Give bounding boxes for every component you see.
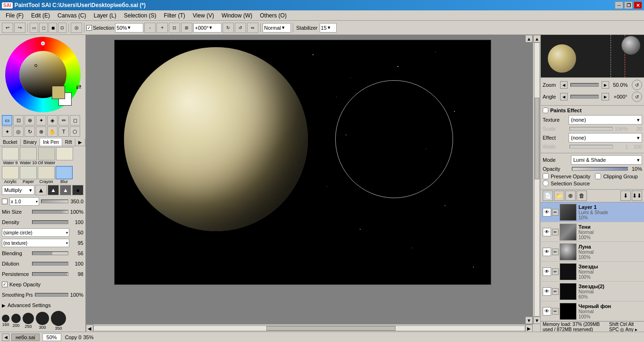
tool-magic-wand[interactable]: ✦ <box>36 115 46 125</box>
layer-lock-1[interactable]: ✏ <box>552 209 559 216</box>
layer-eye-4[interactable]: 👁 <box>543 267 551 276</box>
blendmode-dropdown[interactable]: Normal ▾ <box>263 23 291 33</box>
layer-eye-6[interactable]: 👁 <box>543 307 551 316</box>
angle-reset-button[interactable]: ↺ <box>632 92 642 102</box>
dilution-slider[interactable] <box>32 262 68 266</box>
layer-item-2[interactable]: 👁 ✏ Тени Normal 100% <box>541 222 644 242</box>
brush-crayon[interactable]: Crayon <box>38 166 55 184</box>
toolbar-btn-3[interactable]: ▭ <box>30 23 38 33</box>
preserve-opacity-checkbox[interactable] <box>543 173 549 179</box>
size-dot-4[interactable]: 300 <box>36 312 49 330</box>
status-nav-left[interactable]: ◀ <box>2 334 9 341</box>
angle-dropdown[interactable]: +000° ▾ <box>193 23 222 33</box>
rotate-ccw[interactable]: ↺ <box>235 23 246 33</box>
brush-icon-paper[interactable] <box>20 166 37 179</box>
layer-eye-3[interactable]: 👁 <box>543 248 551 256</box>
tool-fill[interactable]: ◎ <box>13 126 24 137</box>
selection-checkbox[interactable]: ✓ <box>86 25 92 31</box>
layer-item-3[interactable]: 👁 ✏ Луна Normal 100% <box>541 242 644 262</box>
layer-eye-1[interactable]: 👁 <box>543 208 551 217</box>
shape-dropdown[interactable]: (simple circle) ▾ <box>2 228 69 237</box>
menu-edit[interactable]: Edit (E) <box>27 11 54 20</box>
flip-h[interactable]: ⇔ <box>247 23 258 33</box>
zoom-out[interactable]: - <box>144 23 156 33</box>
scroll-down-button[interactable]: ▼ <box>533 317 540 324</box>
layer-lock-2[interactable]: ✏ <box>552 229 559 235</box>
scroll-up-button[interactable]: ▲ <box>533 35 540 42</box>
brush-icon-water9[interactable] <box>2 147 19 160</box>
brush-tab-inkpen[interactable]: Ink Pen <box>40 139 62 146</box>
brush-water10[interactable]: Water 10 <box>20 147 37 165</box>
blend-triangle1[interactable]: ▲ <box>35 185 47 195</box>
brush-icon-oilwater[interactable] <box>38 147 55 160</box>
scroll-track-h[interactable] <box>93 325 525 331</box>
mode-dropdown[interactable]: Lumi & Shade ▾ <box>571 155 642 165</box>
blending-slider[interactable] <box>32 251 68 255</box>
layer-lock-4[interactable]: ✏ <box>552 268 559 275</box>
restore-button[interactable]: ❐ <box>624 1 633 9</box>
layer-item-5[interactable]: 👁 ✏ Звезды(2) Normal 60% <box>541 282 644 301</box>
window-controls[interactable]: ─ ❐ ✕ <box>615 1 642 9</box>
brush-tab-rift[interactable]: Rift <box>62 139 75 146</box>
selection-source-radio[interactable] <box>543 180 549 186</box>
close-button[interactable]: ✕ <box>634 1 642 9</box>
size-multiplier[interactable]: x 1.0 ▾ <box>9 197 39 206</box>
brush-icon-crayon[interactable] <box>38 166 55 179</box>
menu-view[interactable]: View (V) <box>189 11 218 20</box>
opacity-slider[interactable] <box>572 167 628 171</box>
brush-oilwater[interactable]: Oil Water <box>38 147 55 165</box>
scroll-right-button[interactable]: ▶ <box>525 325 533 332</box>
layer-item-4[interactable]: 👁 ✏ Звезды Normal 100% <box>541 262 644 282</box>
size-checkbox[interactable] <box>2 199 8 204</box>
angle-increase[interactable]: ▶ <box>602 93 609 100</box>
toolbar-btn-1[interactable]: ↩ <box>2 23 13 33</box>
brush-tab-next[interactable]: ▶ <box>75 139 85 146</box>
tool-lasso[interactable]: ⊕ <box>25 115 35 125</box>
zoom-increase[interactable]: ▶ <box>602 81 609 89</box>
menu-layer[interactable]: Layer (L) <box>90 11 120 20</box>
zoom-full[interactable]: ⊞ <box>181 23 192 33</box>
foreground-color-swatch[interactable] <box>52 86 65 99</box>
layer-lock-6[interactable]: ✏ <box>552 308 559 315</box>
menu-window[interactable]: Window (W) <box>218 11 256 20</box>
tool-scratchpad[interactable]: ◈ <box>47 115 58 125</box>
minsize-slider[interactable] <box>32 210 68 214</box>
blend-triangle2[interactable]: ▲ <box>48 185 59 195</box>
layer-eye-5[interactable]: 👁 <box>543 287 551 296</box>
size-dot-2[interactable]: 200 <box>11 314 21 328</box>
effect-pe-dropdown[interactable]: (none) ▾ <box>569 133 642 142</box>
toolbar-btn-5[interactable]: ◼ <box>49 23 57 33</box>
paints-effect-checkbox[interactable] <box>543 108 548 113</box>
brush-icon-extra[interactable] <box>56 147 73 160</box>
blend-mode-dropdown[interactable]: Multiply ▾ <box>2 185 34 195</box>
brush-water9[interactable]: Water 9 <box>2 147 19 165</box>
size-dot-5[interactable]: 350 <box>51 311 66 331</box>
brush-icon-water10[interactable] <box>20 147 37 160</box>
canvas-nav-top[interactable]: ▲ <box>525 35 533 42</box>
minimize-button[interactable]: ─ <box>615 1 623 9</box>
layer-lock-3[interactable]: ✏ <box>552 249 559 255</box>
zoom-in[interactable]: + <box>157 23 168 33</box>
selection-check[interactable]: ✓ Selection <box>86 25 114 31</box>
horizontal-scrollbar[interactable]: ◀ ▶ <box>86 324 533 332</box>
tool-hand[interactable]: ✋ <box>47 126 58 137</box>
tool-rotate[interactable]: ↻ <box>25 126 35 137</box>
brush-extra[interactable] <box>56 147 73 165</box>
drawing-canvas[interactable] <box>114 40 491 285</box>
scroll-track-v[interactable] <box>534 42 540 317</box>
rotate-cw[interactable]: ↻ <box>223 23 234 33</box>
tool-selection[interactable]: ▭ <box>2 115 12 125</box>
angle-ctrl-track[interactable] <box>570 95 599 99</box>
zoom-decrease[interactable]: ◀ <box>560 81 568 89</box>
size-dot-3[interactable]: 250 <box>23 313 34 329</box>
tool-zoom-tool[interactable]: ⊕ <box>36 126 46 137</box>
tool-eyedropper[interactable]: ✦ <box>2 126 12 137</box>
persistence-slider[interactable] <box>32 272 68 276</box>
dot-350[interactable] <box>51 311 66 326</box>
advanced-toggle[interactable]: ▶ <box>2 303 6 308</box>
vertical-scrollbar[interactable]: ▲ ▼ <box>533 35 540 324</box>
scroll-left-button[interactable]: ◀ <box>86 325 93 332</box>
toolbar-btn-7[interactable]: ◎ <box>71 23 82 33</box>
tool-text[interactable]: T <box>58 126 69 137</box>
dot-250[interactable] <box>23 313 34 324</box>
